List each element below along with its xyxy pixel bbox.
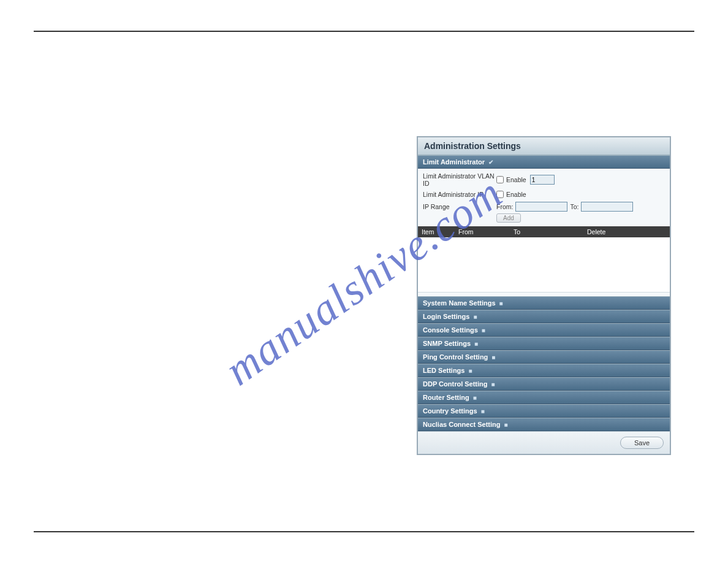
vlan-enable-text: Enable: [506, 176, 526, 183]
to-label: To:: [570, 203, 578, 210]
ip-from-input[interactable]: [515, 202, 567, 212]
vlan-enable-checkbox[interactable]: [496, 176, 504, 183]
chevron-right-icon: ■: [474, 340, 478, 347]
section-label: SNMP Settings: [423, 340, 471, 347]
chevron-right-icon: ■: [481, 408, 485, 415]
admin-settings-panel: Administration Settings Limit Administra…: [417, 136, 671, 455]
section-label: Login Settings: [423, 313, 469, 320]
col-item: Item: [422, 228, 458, 236]
chevron-right-icon: ■: [473, 313, 477, 320]
ip-enable-text: Enable: [506, 191, 526, 198]
section-label: DDP Control Setting: [423, 380, 488, 388]
add-button[interactable]: Add: [496, 213, 521, 223]
ip-enable-checkbox[interactable]: [496, 191, 504, 198]
limit-admin-label: Limit Administrator: [423, 158, 485, 166]
panel-title: Administration Settings: [418, 137, 670, 155]
range-row: IP Range From: To: Add: [423, 201, 665, 224]
section-label: Console Settings: [423, 326, 478, 334]
top-divider: [34, 31, 694, 32]
col-from: From: [458, 228, 514, 236]
ip-to-input[interactable]: [581, 202, 633, 212]
chevron-right-icon: ■: [504, 421, 508, 428]
chevron-down-icon: ✔: [488, 159, 493, 166]
router-setting-header[interactable]: Router Setting ■: [418, 391, 670, 404]
console-settings-header[interactable]: Console Settings ■: [418, 323, 670, 337]
chevron-right-icon: ■: [491, 354, 495, 361]
limit-admin-body: Limit Administrator VLAN ID Enable Limit…: [418, 169, 670, 296]
ping-control-setting-header[interactable]: Ping Control Setting ■: [418, 350, 670, 364]
snmp-settings-header[interactable]: SNMP Settings ■: [418, 337, 670, 350]
section-label: Country Settings: [423, 407, 477, 415]
section-label: System Name Settings: [423, 299, 496, 307]
led-settings-header[interactable]: LED Settings ■: [418, 364, 670, 377]
login-settings-header[interactable]: Login Settings ■: [418, 310, 670, 323]
vlan-id-input[interactable]: [530, 175, 555, 185]
section-label: Router Setting: [423, 394, 469, 401]
limit-admin-header[interactable]: Limit Administrator ✔: [418, 155, 670, 169]
section-label: LED Settings: [423, 367, 464, 374]
ip-row: Limit Administrator IP Enable: [423, 188, 665, 201]
ddp-control-setting-header[interactable]: DDP Control Setting ■: [418, 377, 670, 391]
bottom-divider: [34, 531, 694, 532]
col-to: To: [514, 228, 587, 236]
save-button[interactable]: Save: [620, 437, 664, 449]
chevron-right-icon: ■: [499, 300, 503, 307]
panel-footer: Save: [418, 431, 670, 454]
vlan-row: Limit Administrator VLAN ID Enable: [423, 171, 665, 188]
ip-table-body: [418, 237, 670, 293]
chevron-right-icon: ■: [491, 381, 495, 388]
country-settings-header[interactable]: Country Settings ■: [418, 404, 670, 418]
chevron-right-icon: ■: [468, 367, 472, 374]
nuclias-connect-setting-header[interactable]: Nuclias Connect Setting ■: [418, 418, 670, 431]
vlan-label: Limit Administrator VLAN ID: [423, 172, 496, 187]
ip-table-header: Item From To Delete: [418, 226, 670, 237]
col-delete: Delete: [587, 228, 666, 236]
range-label: IP Range: [423, 202, 496, 210]
ip-label: Limit Administrator IP: [423, 191, 496, 198]
section-label: Ping Control Setting: [423, 353, 488, 361]
section-label: Nuclias Connect Setting: [423, 421, 501, 428]
from-label: From:: [496, 203, 513, 210]
chevron-right-icon: ■: [473, 394, 477, 401]
system-name-settings-header[interactable]: System Name Settings ■: [418, 296, 670, 310]
chevron-right-icon: ■: [482, 327, 485, 334]
